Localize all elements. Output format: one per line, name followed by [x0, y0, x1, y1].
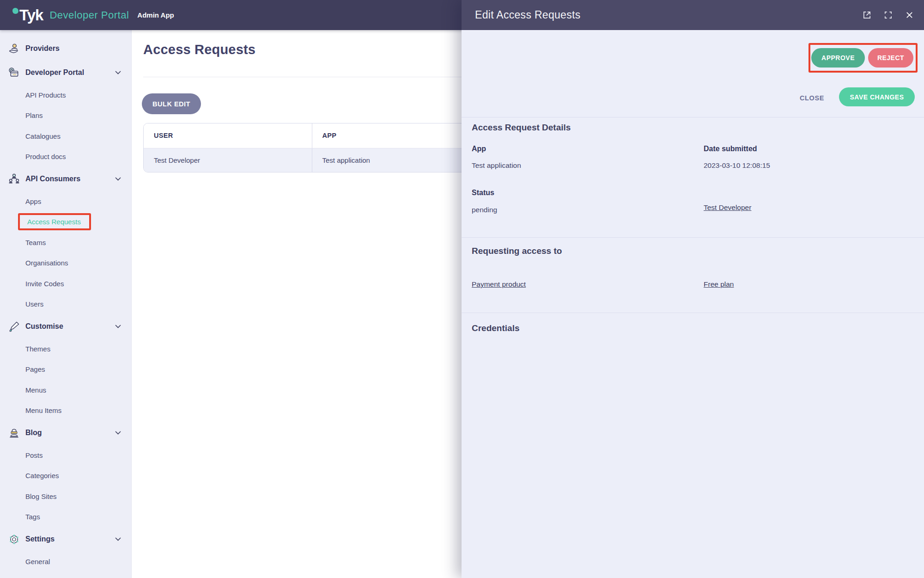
sidebar-item-teams[interactable]: Teams [0, 232, 131, 253]
sidebar-item-categories[interactable]: Categories [0, 466, 131, 486]
sidebar-annotation-box: Access Requests [18, 213, 91, 230]
table-header-row: USERAPP [144, 123, 482, 148]
drawer-title: Edit Access Requests [475, 9, 580, 21]
sidebar-item-label: General [25, 558, 50, 566]
developer-link[interactable]: Test Developer [704, 203, 751, 212]
drawer-close-button[interactable]: CLOSE [793, 91, 831, 105]
chevron-down-icon[interactable] [115, 325, 121, 328]
sidebar-item-invite-codes[interactable]: Invite Codes [0, 273, 131, 294]
customise-icon [7, 320, 21, 334]
sidebar-item-label: Plans [25, 111, 43, 119]
credentials-heading: Credentials [472, 323, 519, 333]
app-field-value: Test application [472, 161, 521, 170]
details-heading: Access Request Details [472, 123, 571, 133]
chevron-down-icon[interactable] [115, 71, 121, 74]
open-in-new-icon[interactable] [862, 10, 872, 20]
sidebar-item-catalogues[interactable]: Catalogues [0, 126, 131, 147]
close-icon[interactable] [905, 10, 914, 20]
tyk-logo[interactable]: Tyk Developer Portal [12, 6, 129, 24]
brand-text: Developer Portal [49, 9, 129, 21]
sidebar-item-developer-portal[interactable]: </>Developer Portal [0, 61, 131, 85]
sidebar-item-menus[interactable]: Menus [0, 380, 131, 400]
sidebar-item-organisations[interactable]: Organisations [0, 253, 131, 274]
sidebar-item-api-products[interactable]: API Products [0, 85, 131, 105]
drawer-divider-3 [462, 313, 924, 313]
sidebar-item-label: Catalogues [25, 132, 61, 140]
admin-app-label: Admin App [137, 11, 174, 19]
sidebar-item-label: Menus [25, 386, 46, 394]
table-cell: Test Developer [144, 148, 312, 172]
date-submitted-label: Date submitted [704, 145, 757, 153]
logo-text: Tyk [19, 6, 43, 24]
sidebar-item-label: Invite Codes [25, 280, 64, 288]
sidebar-item-label: Menu Items [25, 406, 61, 414]
sidebar-item-users[interactable]: Users [0, 294, 131, 315]
sidebar-item-settings[interactable]: Settings [0, 527, 131, 551]
reject-button[interactable]: REJECT [868, 48, 913, 68]
sidebar-item-api-consumers[interactable]: API Consumers [0, 167, 131, 191]
app-field-label: App [472, 145, 486, 153]
table-column-header: APP [312, 123, 482, 148]
sidebar-item-apps[interactable]: Apps [0, 191, 131, 212]
access-requests-table: USERAPP Test DeveloperTest application [143, 123, 483, 172]
sidebar-item-themes[interactable]: Themes [0, 338, 131, 359]
developer-portal-icon: </> [7, 66, 21, 80]
chevron-down-icon[interactable] [115, 177, 121, 181]
table-cell: Test application [312, 148, 482, 172]
approve-button[interactable]: APPROVE [811, 48, 865, 68]
sidebar-item-label: Providers [25, 44, 60, 53]
providers-icon [7, 42, 21, 56]
blog-icon [7, 426, 21, 440]
sidebar-item-label: Posts [25, 451, 43, 459]
product-link[interactable]: Payment product [472, 280, 526, 289]
sidebar-item-label: Settings [25, 535, 55, 543]
sidebar-item-label: Access Requests [27, 218, 81, 226]
sidebar-item-posts[interactable]: Posts [0, 445, 131, 466]
status-field-value: pending [472, 206, 497, 214]
svg-text:</>: </> [13, 73, 17, 76]
table-row[interactable]: Test DeveloperTest application [144, 148, 482, 172]
sidebar-item-plans[interactable]: Plans [0, 105, 131, 126]
sidebar-item-label: Pages [25, 365, 45, 373]
status-field-label: Status [472, 189, 494, 197]
sidebar-item-blog-sites[interactable]: Blog Sites [0, 486, 131, 507]
sidebar-item-label: Developer Portal [25, 68, 84, 77]
sidebar-item-pages[interactable]: Pages [0, 359, 131, 380]
sidebar-item-menu-items[interactable]: Menu Items [0, 400, 131, 421]
drawer-header: Edit Access Requests [462, 0, 924, 30]
approve-reject-annotation-box: APPROVE REJECT [808, 43, 918, 73]
bulk-edit-button[interactable]: BULK EDIT [142, 93, 201, 114]
sidebar-nav: Providers</>Developer PortalAPI Products… [0, 30, 132, 578]
sidebar-item-tags[interactable]: Tags [0, 507, 131, 528]
fullscreen-icon[interactable] [883, 10, 893, 20]
tyk-leaf-icon [12, 8, 18, 14]
sidebar-item-label: Organisations [25, 259, 68, 267]
drawer-divider-2 [462, 237, 924, 238]
settings-icon [7, 532, 21, 547]
sidebar-item-general[interactable]: General [0, 551, 131, 572]
plan-link[interactable]: Free plan [704, 280, 734, 289]
api-consumers-icon [7, 172, 21, 186]
sidebar-item-access-requests[interactable]: Access Requests [0, 212, 131, 233]
sidebar-item-label: Customise [25, 322, 63, 331]
sidebar-item-label: Themes [25, 345, 50, 353]
sidebar-item-label: Blog Sites [25, 492, 57, 500]
sidebar-item-label: Apps [25, 197, 41, 205]
sidebar-item-label: API Products [25, 91, 66, 99]
chevron-down-icon[interactable] [115, 431, 121, 435]
sidebar-item-product-docs[interactable]: Product docs [0, 147, 131, 167]
drawer-divider-1 [462, 117, 924, 117]
sidebar-item-label: Product docs [25, 153, 66, 160]
sidebar-item-label: Tags [25, 513, 40, 521]
requesting-access-heading: Requesting access to [472, 246, 562, 256]
date-submitted-value: 2023-03-10 12:08:15 [704, 161, 770, 170]
page-title: Access Requests [143, 42, 255, 57]
sidebar-item-label: Categories [25, 472, 59, 480]
sidebar-item-label: Blog [25, 429, 42, 437]
sidebar-item-providers[interactable]: Providers [0, 37, 131, 61]
sidebar-item-blog[interactable]: Blog [0, 421, 131, 445]
sidebar-item-customise[interactable]: Customise [0, 314, 131, 338]
sidebar-item-label: Users [25, 300, 43, 308]
save-changes-button[interactable]: SAVE CHANGES [839, 87, 915, 106]
chevron-down-icon[interactable] [115, 537, 121, 541]
